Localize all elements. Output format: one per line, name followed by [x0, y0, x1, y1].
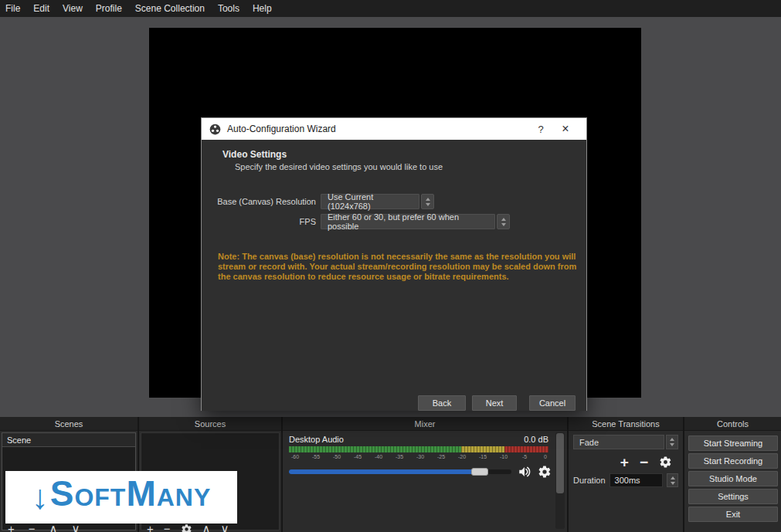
obs-main-window: File Edit View Profile Scene Collection …: [0, 0, 781, 532]
scene-transitions-panel: Scene Transitions Fade + − Duration: [569, 417, 683, 532]
duration-spinner[interactable]: [667, 473, 678, 487]
volume-slider-handle[interactable]: [471, 468, 488, 476]
controls-panel: Controls Start Streaming Start Recording…: [684, 417, 781, 532]
section-title: Video Settings: [222, 149, 287, 160]
studio-mode-button[interactable]: Studio Mode: [688, 471, 778, 486]
add-transition-icon[interactable]: +: [620, 457, 629, 468]
volume-slider[interactable]: [289, 468, 511, 476]
fps-spinner[interactable]: [497, 214, 510, 229]
resolution-label: Base (Canvas) Resolution: [216, 197, 316, 206]
back-button[interactable]: Back: [418, 395, 466, 411]
menu-profile[interactable]: Profile: [96, 3, 122, 14]
cancel-button[interactable]: Cancel: [529, 395, 576, 411]
duration-value: 300ms: [615, 476, 640, 485]
fps-select[interactable]: Either 60 or 30, but prefer 60 when poss…: [321, 214, 495, 229]
help-button[interactable]: ?: [529, 124, 552, 135]
canvas-resolution-note: Note: The canvas (base) resolution is no…: [218, 252, 579, 282]
spin-down-icon: [426, 203, 430, 206]
fps-label: FPS: [216, 217, 316, 226]
section-subtitle: Specify the desired video settings you w…: [235, 162, 443, 171]
close-icon[interactable]: ×: [552, 122, 579, 136]
transition-value: Fade: [579, 438, 599, 447]
transition-properties-gear-icon[interactable]: [659, 456, 672, 469]
menu-view[interactable]: View: [63, 3, 83, 14]
scene-transitions-header[interactable]: Scene Transitions: [569, 417, 683, 431]
menu-edit[interactable]: Edit: [33, 3, 49, 14]
dialog-body: Video Settings Specify the desired video…: [202, 140, 586, 411]
menu-tools[interactable]: Tools: [218, 3, 239, 14]
meter-scale: -60-55-50-45-40-35-30-25-20-15-10-50: [289, 454, 552, 459]
settings-button[interactable]: Settings: [688, 489, 778, 504]
watermark-logo-text: SOFTMANY: [50, 471, 212, 524]
duration-input[interactable]: 300ms: [610, 473, 663, 487]
controls-panel-header[interactable]: Controls: [684, 417, 781, 431]
menu-file[interactable]: File: [5, 3, 20, 14]
spin-down-icon: [671, 482, 675, 485]
mixer-panel: Mixer Desktop Audio 0.0 dB -60-55-50-45-…: [283, 417, 567, 532]
remove-transition-icon[interactable]: −: [640, 457, 648, 468]
auto-config-wizard-dialog: Auto-Configuration Wizard ? × Video Sett…: [201, 117, 587, 411]
transition-spinner[interactable]: [666, 435, 678, 449]
fps-row: FPS Either 60 or 30, but prefer 60 when …: [216, 214, 510, 229]
audio-meter: [289, 446, 548, 452]
start-recording-button[interactable]: Start Recording: [688, 453, 778, 469]
mixer-scrollbar[interactable]: [555, 432, 565, 529]
resolution-value: Use Current (1024x768): [328, 192, 413, 211]
spin-down-icon: [501, 223, 506, 226]
spin-up-icon: [501, 218, 506, 221]
download-arrow-icon: ↓: [32, 474, 49, 520]
transition-select[interactable]: Fade: [573, 435, 664, 449]
spin-up-icon: [670, 438, 674, 441]
next-button[interactable]: Next: [472, 395, 517, 411]
speaker-icon[interactable]: [518, 465, 531, 479]
menu-bar: File Edit View Profile Scene Collection …: [0, 0, 781, 17]
start-streaming-button[interactable]: Start Streaming: [688, 435, 778, 451]
resolution-select[interactable]: Use Current (1024x768): [321, 194, 419, 209]
fps-value: Either 60 or 30, but prefer 60 when poss…: [328, 212, 488, 231]
spin-down-icon: [670, 443, 674, 446]
softmany-watermark: ↓ SOFTMANY: [5, 471, 237, 524]
sources-panel-header[interactable]: Sources: [139, 417, 281, 431]
spin-up-icon: [426, 198, 430, 201]
mixer-content: Desktop Audio 0.0 dB -60-55-50-45-40-35-…: [283, 431, 567, 530]
resolution-row: Base (Canvas) Resolution Use Current (10…: [216, 194, 434, 209]
exit-button[interactable]: Exit: [688, 507, 778, 522]
resolution-spinner[interactable]: [421, 194, 434, 209]
scene-list-item[interactable]: Scene: [2, 433, 135, 447]
duration-label: Duration: [573, 476, 606, 485]
dialog-title: Auto-Configuration Wizard: [227, 124, 529, 134]
audio-settings-gear-icon[interactable]: [538, 465, 552, 479]
dialog-titlebar[interactable]: Auto-Configuration Wizard ? ×: [202, 118, 586, 140]
obs-logo-icon: [209, 124, 221, 135]
scenes-panel-header[interactable]: Scenes: [0, 417, 138, 431]
source-properties-gear-icon[interactable]: [181, 524, 192, 532]
menu-help[interactable]: Help: [253, 3, 272, 14]
audio-source-name: Desktop Audio: [289, 435, 344, 444]
audio-level-value: 0.0 dB: [524, 435, 548, 444]
menu-scene-collection[interactable]: Scene Collection: [135, 3, 205, 14]
spin-up-icon: [671, 476, 675, 479]
mixer-panel-header[interactable]: Mixer: [283, 417, 567, 431]
